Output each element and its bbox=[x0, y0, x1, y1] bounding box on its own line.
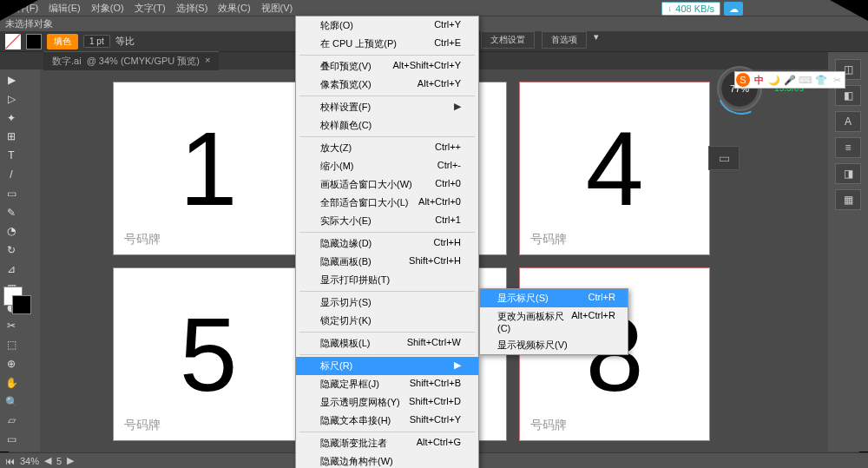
nav-prev-icon[interactable]: ◀ bbox=[44, 455, 51, 466]
menu-item[interactable]: 文字(T) bbox=[131, 0, 169, 16]
ime-toolbar[interactable]: S 中🌙🎤⌨👕✂ bbox=[734, 71, 845, 89]
menu-item[interactable]: 隐藏画板(B)Shift+Ctrl+H bbox=[296, 253, 478, 271]
artboard[interactable]: 1号码牌 bbox=[113, 82, 304, 255]
menu-item[interactable]: 实际大小(E)Ctrl+1 bbox=[296, 212, 478, 230]
menu-item[interactable]: 画板适合窗口大小(W)Ctrl+0 bbox=[296, 175, 478, 194]
tab-info: @ 34% (CMYK/GPU 预览) bbox=[87, 55, 200, 68]
artboard-label: 号码牌 bbox=[530, 418, 567, 433]
tool-button[interactable]: ✋ bbox=[2, 374, 21, 392]
tool-button[interactable]: ⬚ bbox=[2, 336, 21, 353]
menu-item[interactable]: 显示切片(S) bbox=[296, 293, 478, 312]
nav-first-icon[interactable]: ⏮ bbox=[5, 456, 15, 466]
submenu-item[interactable]: 显示标尺(S)Ctrl+R bbox=[480, 289, 628, 307]
menu-item[interactable]: 校样颜色(C) bbox=[296, 116, 478, 135]
menu-item[interactable]: 隐藏模板(L)Shift+Ctrl+W bbox=[296, 334, 478, 353]
artboard-label: 号码牌 bbox=[124, 418, 161, 433]
menu-item[interactable]: 隐藏文本串接(H)Shift+Ctrl+Y bbox=[296, 412, 478, 430]
tool-button[interactable]: ⊞ bbox=[2, 128, 21, 145]
ime-icon[interactable]: 中 bbox=[752, 73, 766, 87]
artboard-label: 号码牌 bbox=[530, 232, 567, 247]
tool-button[interactable]: ⊿ bbox=[2, 260, 21, 278]
tool-button[interactable]: 🔍 bbox=[2, 393, 21, 411]
menu-item[interactable]: 隐藏边缘(D)Ctrl+H bbox=[296, 234, 478, 253]
network-speed-badge: ↓ 408 KB/s bbox=[661, 2, 720, 16]
menu-item[interactable]: 视图(V) bbox=[258, 0, 297, 16]
menu-item[interactable]: 像素预览(X)Alt+Ctrl+Y bbox=[296, 76, 478, 94]
tool-button[interactable]: ▭ bbox=[2, 185, 21, 202]
tool-button[interactable]: ↻ bbox=[2, 241, 21, 259]
menu-item[interactable]: 标尺(R)▶ bbox=[296, 357, 478, 375]
menu-item[interactable]: 隐藏定界框(J)Shift+Ctrl+B bbox=[296, 375, 478, 393]
tool-button[interactable]: ◔ bbox=[2, 222, 21, 240]
menu-item[interactable]: 轮廓(O)Ctrl+Y bbox=[296, 16, 478, 35]
toolbox: ▶▷✦⊞T/▭✎◔↻⊿▦◐✂⬚⊕✋🔍▱▭ bbox=[0, 69, 40, 452]
zoom-field[interactable]: 34% bbox=[20, 456, 39, 466]
menu-item[interactable]: 叠印预览(V)Alt+Shift+Ctrl+Y bbox=[296, 57, 478, 76]
artboard-label: 号码牌 bbox=[124, 232, 161, 247]
artboard-number-text: 4 bbox=[586, 109, 644, 228]
net-speed-value: 408 KB/s bbox=[675, 3, 714, 14]
tool-button[interactable]: ▱ bbox=[2, 412, 21, 429]
panel-icon[interactable]: ≡ bbox=[835, 137, 861, 158]
stroke-weight-field[interactable]: 1 pt bbox=[83, 35, 110, 48]
artboard-panel-icon[interactable]: ▭ bbox=[708, 146, 740, 170]
menu-item[interactable]: 显示透明度网格(Y)Shift+Ctrl+D bbox=[296, 393, 478, 412]
ime-icon[interactable]: ⌨ bbox=[799, 73, 812, 87]
ime-icon[interactable]: ✂ bbox=[830, 73, 844, 87]
uniform-dropdown[interactable]: 等比 bbox=[115, 35, 135, 48]
artboard-number-text: 5 bbox=[180, 294, 238, 414]
doc-button[interactable]: 首选项 bbox=[542, 31, 587, 49]
menu-item[interactable]: 隐藏渐变批注者Alt+Ctrl+G bbox=[296, 434, 478, 452]
panel-icon[interactable]: A bbox=[835, 111, 861, 132]
artboard[interactable]: 4号码牌 bbox=[519, 82, 710, 255]
artboard-number-text: 1 bbox=[180, 109, 238, 228]
dropdown-arrow-icon[interactable]: ▾ bbox=[594, 31, 599, 49]
right-panel-dock: ◫ ◧ A ≡ ◨ ▦ bbox=[828, 52, 868, 452]
view-menu[interactable]: 轮廓(O)Ctrl+Y在 CPU 上预览(P)Ctrl+E叠印预览(V)Alt+… bbox=[295, 16, 479, 468]
tool-button[interactable]: ✂ bbox=[2, 317, 21, 334]
tab-filename: 数字.ai bbox=[52, 55, 82, 68]
tool-button[interactable]: ▶ bbox=[2, 71, 21, 89]
tool-button[interactable]: ▷ bbox=[2, 90, 21, 108]
stroke-swatch[interactable] bbox=[12, 295, 31, 314]
menu-item[interactable]: 对象(O) bbox=[88, 0, 128, 16]
nav-next-icon[interactable]: ▶ bbox=[67, 455, 74, 466]
artboard-number[interactable]: 5 bbox=[56, 456, 62, 466]
tool-button[interactable]: ✎ bbox=[2, 204, 21, 221]
tool-button[interactable]: ✦ bbox=[2, 109, 21, 127]
fill-button[interactable]: 填色 bbox=[47, 34, 78, 49]
menu-item[interactable]: 隐藏边角构件(W) bbox=[296, 452, 478, 468]
submenu-item[interactable]: 显示视频标尺(V) bbox=[480, 336, 628, 354]
menu-item[interactable]: 效果(C) bbox=[214, 0, 253, 16]
close-tab-icon[interactable]: × bbox=[205, 55, 210, 68]
menu-item[interactable]: 缩小(M)Ctrl+- bbox=[296, 157, 478, 175]
rulers-submenu[interactable]: 显示标尺(S)Ctrl+R更改为画板标尺(C)Alt+Ctrl+R显示视频标尺(… bbox=[479, 288, 628, 355]
panel-icon[interactable]: ▦ bbox=[835, 189, 861, 210]
submenu-item[interactable]: 更改为画板标尺(C)Alt+Ctrl+R bbox=[480, 307, 628, 336]
doc-button[interactable]: 文档设置 bbox=[481, 31, 535, 49]
tool-button[interactable]: ▭ bbox=[2, 431, 21, 448]
menu-item[interactable]: 选择(S) bbox=[173, 0, 212, 16]
menu-item[interactable]: 在 CPU 上预览(P)Ctrl+E bbox=[296, 35, 478, 53]
artboard[interactable]: 5号码牌 bbox=[113, 267, 304, 441]
doc-buttons: 文档设置首选项▾ bbox=[481, 31, 599, 49]
swatch-none-icon[interactable] bbox=[5, 34, 21, 49]
ime-logo-icon[interactable]: S bbox=[736, 73, 750, 87]
menu-item[interactable]: 全部适合窗口大小(L)Alt+Ctrl+0 bbox=[296, 194, 478, 212]
ime-icon[interactable]: 👕 bbox=[814, 73, 828, 87]
menu-item[interactable]: 校样设置(F)▶ bbox=[296, 98, 478, 116]
menu-item[interactable]: 放大(Z)Ctrl++ bbox=[296, 139, 478, 157]
ime-icon[interactable]: 🌙 bbox=[767, 73, 781, 87]
swatch-black-icon[interactable] bbox=[26, 34, 42, 49]
panel-icon[interactable]: ◨ bbox=[835, 163, 861, 184]
document-tab[interactable]: 数字.ai @ 34% (CMYK/GPU 预览) × bbox=[43, 51, 219, 70]
menu-item[interactable]: 编辑(E) bbox=[45, 0, 84, 16]
cloud-icon[interactable]: ☁ bbox=[724, 2, 743, 16]
tool-button[interactable]: T bbox=[2, 147, 21, 164]
ime-icon[interactable]: 🎤 bbox=[783, 73, 797, 87]
color-swatch[interactable] bbox=[3, 287, 36, 306]
tool-button[interactable]: ⊕ bbox=[2, 355, 21, 372]
menu-item[interactable]: 锁定切片(K) bbox=[296, 312, 478, 330]
tool-button[interactable]: / bbox=[2, 166, 21, 183]
menu-item[interactable]: 显示打印拼贴(T) bbox=[296, 271, 478, 289]
